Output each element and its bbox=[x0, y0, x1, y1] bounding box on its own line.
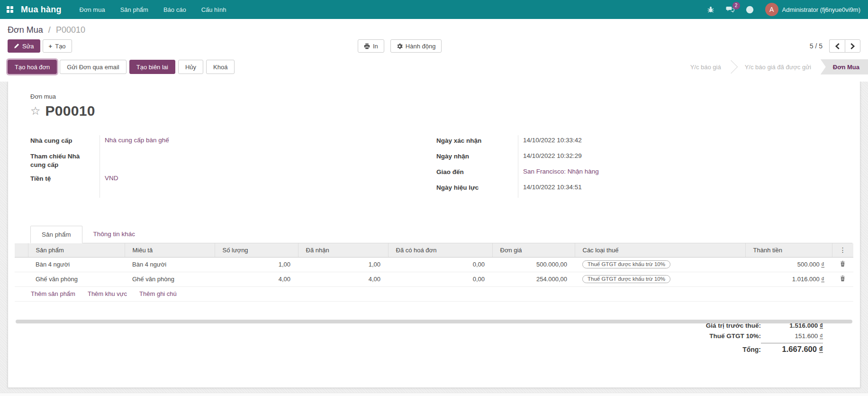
col-taxes[interactable]: Các loại thuế bbox=[575, 243, 745, 257]
table-header-row: Sản phẩm Miêu tả Số lượng Đã nhận Đã có … bbox=[15, 243, 853, 257]
currency-symbol: ₫ bbox=[820, 332, 823, 340]
table-row[interactable]: Bàn 4 người Bàn 4 người 1,00 1,00 0,00 5… bbox=[15, 257, 853, 272]
printer-icon bbox=[364, 43, 370, 49]
pager-value[interactable]: 5 / 5 bbox=[810, 42, 823, 50]
cell-product: Ghế văn phòng bbox=[28, 272, 125, 286]
state-rfq-sent[interactable]: Y/c báo giá đã được gửi bbox=[735, 59, 821, 74]
pager-previous-button[interactable] bbox=[829, 39, 845, 53]
untaxed-amount-label: Giá trị trước thuế: bbox=[706, 322, 761, 329]
actions-row: Sửa + Tạo In Hành động bbox=[0, 35, 868, 53]
messages-icon[interactable]: 2 bbox=[721, 2, 739, 17]
col-unit-price[interactable]: Đơn giá bbox=[492, 243, 575, 257]
table-footer-links: Thêm sản phẩm Thêm khu vực Thêm ghi chú bbox=[15, 287, 853, 302]
lock-button[interactable]: Khoá bbox=[206, 60, 235, 74]
field-label-vendor: Nhà cung cấp bbox=[30, 137, 77, 145]
state-purchase-order[interactable]: Đơn Mua bbox=[821, 59, 868, 74]
create-invoice-button[interactable]: Tạo hoá đơn bbox=[8, 60, 57, 74]
cell-subtotal: 1.016.000 ₫ bbox=[745, 272, 832, 286]
order-lines-table: Sản phẩm Miêu tả Số lượng Đã nhận Đã có … bbox=[15, 243, 853, 287]
cell-received: 4,00 bbox=[298, 272, 388, 286]
field-label-vendor-reference: Tham chiếu Nhà cung cấp bbox=[30, 152, 99, 169]
delete-line-icon[interactable] bbox=[840, 260, 846, 267]
field-value-vendor[interactable]: Nhà cung cấp bàn ghế bbox=[105, 137, 169, 144]
step-separator-icon bbox=[731, 59, 735, 74]
col-billed[interactable]: Đã có hoá đơn bbox=[388, 243, 492, 257]
cell-billed: 0,00 bbox=[388, 272, 492, 286]
app-name[interactable]: Mua hàng bbox=[21, 5, 62, 15]
total-label: Tổng: bbox=[742, 346, 761, 353]
app-window: Mua hàng Đơn mua Sản phẩm Báo cáo Cấu hì… bbox=[0, 0, 868, 396]
cell-description: Ghế văn phòng bbox=[125, 272, 215, 286]
add-product-link[interactable]: Thêm sản phẩm bbox=[31, 290, 75, 297]
menu-san-pham[interactable]: Sản phẩm bbox=[113, 0, 156, 19]
avatar: A bbox=[765, 3, 778, 16]
currency-symbol: ₫ bbox=[819, 345, 823, 353]
field-label-effective-date: Ngày hiệu lực bbox=[436, 184, 483, 192]
chevron-right-icon bbox=[850, 43, 855, 49]
breadcrumb-parent[interactable]: Đơn Mua bbox=[8, 25, 43, 35]
menu-bao-cao[interactable]: Báo cáo bbox=[156, 0, 194, 19]
tab-products[interactable]: Sản phẩm bbox=[30, 226, 82, 243]
field-value-deliver-to[interactable]: San Francisco: Nhận hàng bbox=[523, 168, 599, 175]
pager: 5 / 5 bbox=[810, 39, 860, 53]
action-button[interactable]: Hành động bbox=[390, 39, 442, 53]
gear-icon bbox=[397, 43, 403, 49]
send-by-email-button[interactable]: Gửi Đơn qua email bbox=[60, 60, 126, 74]
cell-qty: 4,00 bbox=[215, 272, 298, 286]
currency-symbol: ₫ bbox=[820, 322, 823, 329]
breadcrumb: Đơn Mua / P00010 bbox=[0, 19, 868, 35]
form-sheet: Đơn mua ☆ P00010 Nhà cung cấp Tham chiếu… bbox=[8, 82, 860, 388]
cell-qty: 1,00 bbox=[215, 257, 298, 272]
col-subtotal[interactable]: Thành tiền bbox=[745, 243, 832, 257]
add-section-link[interactable]: Thêm khu vực bbox=[88, 290, 127, 297]
cancel-button[interactable]: Hủy bbox=[178, 60, 203, 74]
field-groups: Nhà cung cấp Tham chiếu Nhà cung cấp Tiề… bbox=[30, 135, 852, 198]
sheet-label: Đơn mua bbox=[30, 93, 852, 100]
cell-unit-price: 500.000,00 bbox=[492, 257, 575, 272]
col-qty[interactable]: Số lượng bbox=[215, 243, 298, 257]
message-count-badge: 2 bbox=[732, 2, 740, 9]
control-panel: Đơn Mua / P00010 Sửa + Tạo In bbox=[0, 19, 868, 82]
edit-button[interactable]: Sửa bbox=[8, 39, 40, 53]
col-description[interactable]: Miêu tả bbox=[125, 243, 215, 257]
cell-billed: 0,00 bbox=[388, 257, 492, 272]
statusbar: Tạo hoá đơn Gửi Đơn qua email Tạo biên l… bbox=[0, 53, 868, 74]
tax-amount-value: 151.600 ₫ bbox=[761, 332, 823, 340]
field-value-currency[interactable]: VND bbox=[105, 175, 118, 182]
breadcrumb-separator: / bbox=[48, 25, 51, 35]
total-value: 1.667.600 ₫ bbox=[761, 343, 823, 354]
tax-amount-label: Thuế GTGT 10%: bbox=[709, 332, 761, 340]
pager-next-button[interactable] bbox=[845, 39, 860, 53]
handle-column-header bbox=[15, 243, 28, 257]
currency-symbol: ₫ bbox=[821, 261, 824, 268]
plus-icon: + bbox=[49, 43, 53, 50]
menu-don-mua[interactable]: Đơn mua bbox=[72, 0, 113, 19]
col-product[interactable]: Sản phẩm bbox=[28, 243, 125, 257]
state-rfq[interactable]: Y/c báo giá bbox=[681, 59, 731, 74]
apps-menu-icon[interactable] bbox=[7, 6, 13, 13]
totals-block: Giá trị trước thuế: 1.516.000 ₫ Thuế GTG… bbox=[706, 322, 823, 357]
col-received[interactable]: Đã nhận bbox=[298, 243, 388, 257]
print-button[interactable]: In bbox=[358, 39, 384, 53]
activities-clock-icon[interactable] bbox=[741, 2, 759, 18]
field-label-confirmation-date: Ngày xác nhận bbox=[436, 137, 486, 145]
menu-cau-hinh[interactable]: Cấu hình bbox=[194, 0, 234, 19]
cell-subtotal: 500.000 ₫ bbox=[745, 257, 832, 272]
create-receipt-button[interactable]: Tạo biên lai bbox=[129, 60, 175, 74]
table-row[interactable]: Ghế văn phòng Ghế văn phòng 4,00 4,00 0,… bbox=[15, 272, 853, 286]
user-menu[interactable]: A Administrator (fj6nyue0vi9m) bbox=[760, 1, 862, 18]
debug-bug-icon[interactable] bbox=[702, 2, 719, 17]
tab-other-info[interactable]: Thông tin khác bbox=[82, 226, 146, 243]
field-label-deliver-to: Giao đến bbox=[436, 168, 469, 176]
field-value-confirmation-date: 14/10/2022 10:33:42 bbox=[523, 137, 582, 144]
pencil-icon bbox=[14, 43, 19, 49]
cell-received: 1,00 bbox=[298, 257, 388, 272]
notebook-tabs: Sản phẩm Thông tin khác bbox=[30, 225, 852, 243]
delete-line-icon[interactable] bbox=[840, 275, 846, 282]
create-button[interactable]: + Tạo bbox=[43, 39, 72, 53]
tax-badge: Thuế GTGT được khấu trừ 10% bbox=[582, 275, 670, 283]
add-note-link[interactable]: Thêm ghi chú bbox=[139, 290, 177, 297]
favorite-star-icon[interactable]: ☆ bbox=[30, 105, 41, 117]
optional-columns-icon[interactable]: ⋮ bbox=[832, 243, 853, 257]
cell-description: Bàn 4 người bbox=[125, 257, 215, 272]
